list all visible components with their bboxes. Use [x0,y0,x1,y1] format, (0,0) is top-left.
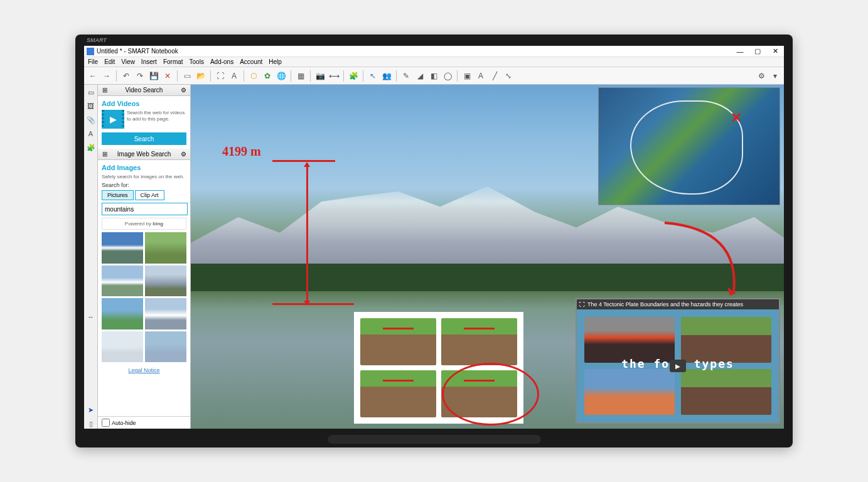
image-result[interactable] [145,331,186,363]
canvas[interactable]: 4199 m ✕ [191,85,784,429]
legal-notice-link[interactable]: Legal Notice [102,367,186,373]
powered-by-label: Powered by bing [102,218,186,230]
gallery-icon[interactable]: 🖼 [86,101,96,111]
add-videos-heading: Add Videos [102,100,186,107]
move-tab-icon[interactable]: ➤ [86,405,96,415]
image-result[interactable] [145,298,186,329]
maximize-button[interactable]: ▢ [751,47,764,56]
puzzle-icon[interactable]: 🧩 [347,70,360,82]
video-thumb-block [584,317,675,363]
video-panel: Add Videos ▶ Search the web for videos t… [98,96,190,149]
line-tool[interactable]: ╱ [488,70,501,82]
open-button[interactable]: 📂 [195,70,207,82]
brand-label: SMART [87,37,107,43]
search-for-label: Search for: [102,182,186,188]
screen-capture-button[interactable]: ⛶ [214,70,227,82]
people-icon[interactable]: 👥 [380,70,393,82]
menu-addons[interactable]: Add-ons [210,58,233,65]
menu-format[interactable]: Format [163,58,183,65]
tectonic-map-image[interactable]: ✕ [598,87,780,205]
menu-edit[interactable]: Edit [104,58,115,65]
text-a-tool[interactable]: A [474,70,487,82]
menu-tools[interactable]: Tools [190,58,204,65]
rail-page-icon[interactable]: ▯ [86,419,96,429]
globe-button[interactable]: 🌐 [275,70,287,82]
shape-tool[interactable]: ◯ [441,70,454,82]
video-thumb-block [681,317,771,363]
tab-clipart[interactable]: Clip Art [135,190,164,200]
menu-account[interactable]: Account [240,58,262,65]
video-panel-title: Video Search [109,87,179,94]
next-page-button[interactable]: → [100,70,113,82]
activity-button[interactable]: ⬡ [247,70,260,82]
fill-tool[interactable]: ▣ [461,70,473,82]
window-title: Untitled * - SMART Notebook [97,48,178,55]
video-play-button[interactable]: ▶ [670,360,686,372]
tab-pictures[interactable]: Pictures [102,190,134,200]
text-tool-button[interactable]: A [228,70,240,82]
embedded-video[interactable]: ⛶ The 4 Tectonic Plate Boundaries and th… [576,298,780,424]
eraser-tool[interactable]: ◧ [427,70,440,82]
plate-block [441,318,517,365]
menu-insert[interactable]: Insert [141,58,157,65]
prev-page-button[interactable]: ← [87,70,99,82]
plate-block [360,318,436,365]
pen-tray [328,435,541,444]
menu-file[interactable]: File [88,58,98,65]
close-button[interactable]: ✕ [769,47,781,56]
table-button[interactable]: ▦ [294,70,307,82]
undo-button[interactable]: ↶ [120,70,132,82]
height-arrow [306,163,308,304]
attachment-icon[interactable]: 📎 [86,115,96,125]
image-subheading: Safely search for images on the web. [102,174,186,179]
page-sorter-icon[interactable]: ▭ [86,87,96,97]
delete-button[interactable]: ✕ [161,70,174,82]
image-panel: Add Images Safely search for images on t… [98,160,190,416]
video-title-text: The 4 Tectonic Plate Boundaries and the … [587,301,743,308]
toolbar: ← → ↶ ↷ 💾 ✕ ▭ 📂 ⛶ A ⬡ ✿ 🌐 ▦ 📷 ⟷ 🧩 ↖ [84,67,784,85]
toolbar-dropdown-icon[interactable]: ▾ [769,70,781,82]
left-rail: ▭ 🖼 📎 A 🧩 ↔ ➤ ▯ [84,85,98,429]
menu-view[interactable]: View [121,58,135,65]
autohide-label: Auto-hide [112,420,136,426]
video-search-button[interactable]: Search [102,132,186,145]
image-panel-title: Image Web Search [109,151,179,158]
panel-gear-icon[interactable]: ⚙ [179,86,188,95]
settings-gear-icon[interactable]: ⚙ [755,70,768,82]
curved-arrow-annotation [658,217,746,298]
grid-icon-2[interactable]: ⊞ [100,150,109,159]
menu-help[interactable]: Help [269,58,282,65]
image-search-input[interactable] [102,203,188,215]
select-tool[interactable]: ↖ [367,70,379,82]
image-result[interactable] [145,265,186,297]
redo-button[interactable]: ↷ [134,70,146,82]
image-result[interactable] [102,265,143,297]
addon-tab-icon[interactable]: 🧩 [86,142,96,153]
dropper-tool[interactable]: ⤡ [502,70,515,82]
titlebar: Untitled * - SMART Notebook — ▢ ✕ [84,46,784,57]
app-window: Untitled * - SMART Notebook — ▢ ✕ File E… [84,46,784,429]
image-result[interactable] [145,232,186,264]
video-expand-icon[interactable]: ⛶ [579,301,585,308]
circle-annotation [442,363,539,426]
highlighter-tool[interactable]: ◢ [414,70,426,82]
autohide-checkbox[interactable] [102,419,110,427]
panel-gear-icon-2[interactable]: ⚙ [179,150,188,159]
image-results-grid [102,232,186,362]
grid-icon[interactable]: ⊞ [100,86,109,95]
image-result[interactable] [102,298,143,329]
rail-expand-icon[interactable]: ↔ [86,312,96,322]
properties-icon[interactable]: A [86,129,96,139]
pen-tool[interactable]: ✎ [400,70,412,82]
save-button[interactable]: 💾 [147,70,160,82]
clear-search-icon[interactable]: × [189,206,190,213]
image-result[interactable] [102,331,143,363]
slider-icon[interactable]: ⟷ [328,70,340,82]
game-button[interactable]: ✿ [261,70,274,82]
video-titlebar: ⛶ The 4 Tectonic Plate Boundaries and th… [577,299,779,309]
image-result[interactable] [102,232,143,264]
minimize-button[interactable]: — [734,47,746,56]
camera-icon[interactable]: 📷 [314,70,326,82]
content-area: ▭ 🖼 📎 A 🧩 ↔ ➤ ▯ ⊞ Video Search ⚙ [84,85,784,429]
new-page-button[interactable]: ▭ [181,70,193,82]
